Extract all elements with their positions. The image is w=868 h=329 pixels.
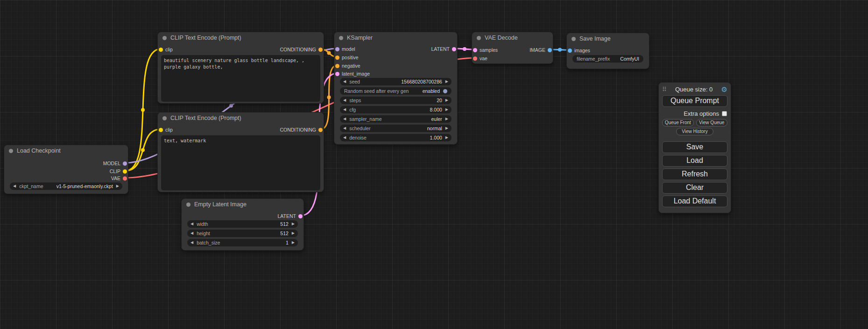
decrement-arrow-icon[interactable]: ◀ <box>10 182 19 190</box>
input-slot-images[interactable]: images <box>568 47 590 54</box>
slot-dot-clip-icon[interactable] <box>159 48 163 52</box>
slot-dot-latent-icon[interactable] <box>452 47 456 51</box>
increment-arrow-icon[interactable]: ▶ <box>442 134 452 141</box>
slot-dot-latent-icon[interactable] <box>298 214 303 218</box>
collapse-dot-icon[interactable] <box>339 36 343 40</box>
input-slot-vae[interactable]: vae <box>473 55 487 62</box>
slot-dot-conditioning-icon[interactable] <box>318 128 323 132</box>
collapse-dot-icon[interactable] <box>162 116 167 120</box>
node-header[interactable]: CLIP Text Encode (Prompt) <box>158 112 324 124</box>
node-empty-latent-image[interactable]: Empty Latent Image LATENT ◀ width 512 ▶ … <box>181 198 304 251</box>
node-load-checkpoint[interactable]: Load Checkpoint MODEL CLIP VAE ◀ ckpt_na… <box>4 145 128 194</box>
increment-arrow-icon[interactable]: ▶ <box>289 220 298 228</box>
output-slot-clip[interactable]: CLIP <box>110 168 127 175</box>
increment-arrow-icon[interactable]: ▶ <box>442 115 452 123</box>
slot-dot-vae-icon[interactable] <box>473 56 477 61</box>
input-slot-positive[interactable]: positive <box>335 54 359 61</box>
output-slot-model[interactable]: MODEL <box>103 160 127 167</box>
slot-dot-image-icon[interactable] <box>548 48 552 52</box>
output-slot-latent[interactable]: LATENT <box>431 46 456 52</box>
ckpt-name-widget[interactable]: ◀ ckpt_name v1-5-pruned-emaonly.ckpt ▶ <box>10 182 122 190</box>
node-header[interactable]: Empty Latent Image <box>182 199 303 210</box>
output-slot-image[interactable]: IMAGE <box>529 47 552 53</box>
node-save-image[interactable]: Save Image images filename_prefix ComfyU… <box>566 33 649 69</box>
view-history-button[interactable]: View History <box>676 128 713 135</box>
output-slot-conditioning[interactable]: CONDITIONING <box>280 126 323 133</box>
cfg-widget[interactable]: ◀ cfg 8.000 ▶ <box>340 106 452 113</box>
slot-dot-model-icon[interactable] <box>123 161 127 166</box>
decrement-arrow-icon[interactable]: ◀ <box>340 134 349 141</box>
decrement-arrow-icon[interactable]: ◀ <box>340 78 349 85</box>
output-slot-vae[interactable]: VAE <box>111 175 127 182</box>
decrement-arrow-icon[interactable]: ◀ <box>187 220 197 228</box>
extra-options-checkbox[interactable] <box>722 111 727 116</box>
collapse-dot-icon[interactable] <box>477 36 481 40</box>
node-header[interactable]: CLIP Text Encode (Prompt) <box>158 32 324 43</box>
decrement-arrow-icon[interactable]: ◀ <box>340 97 349 104</box>
input-slot-latent-image[interactable]: latent_image <box>335 70 370 77</box>
denoise-widget[interactable]: ◀ denoise 1.000 ▶ <box>340 134 452 141</box>
increment-arrow-icon[interactable]: ▶ <box>113 182 122 190</box>
refresh-button[interactable]: Refresh <box>662 168 727 180</box>
view-queue-button[interactable]: View Queue <box>696 119 728 126</box>
slot-dot-model-icon[interactable] <box>335 47 339 51</box>
input-slot-clip[interactable]: clip <box>159 126 173 133</box>
random-seed-toggle-widget[interactable]: Random seed after every gen enabled <box>340 87 452 95</box>
drag-handle-icon[interactable]: ⠿ <box>662 86 667 93</box>
output-slot-conditioning[interactable]: CONDITIONING <box>280 46 323 53</box>
output-slot-latent[interactable]: LATENT <box>278 213 303 219</box>
height-widget[interactable]: ◀ height 512 ▶ <box>187 230 298 237</box>
node-clip-text-encode-negative[interactable]: CLIP Text Encode (Prompt) clip CONDITION… <box>157 112 324 192</box>
slot-dot-conditioning-icon[interactable] <box>335 64 339 68</box>
increment-arrow-icon[interactable]: ▶ <box>289 239 298 246</box>
increment-arrow-icon[interactable]: ▶ <box>442 125 452 132</box>
load-default-button[interactable]: Load Default <box>662 196 727 207</box>
slot-dot-conditioning-icon[interactable] <box>335 56 339 60</box>
slot-dot-image-icon[interactable] <box>568 49 572 53</box>
save-button[interactable]: Save <box>662 141 727 153</box>
node-header[interactable]: KSampler <box>334 32 457 43</box>
filename-prefix-widget[interactable]: filename_prefix ComfyUI <box>572 55 643 63</box>
node-canvas[interactable]: Load Checkpoint MODEL CLIP VAE ◀ ckpt_na… <box>0 0 868 329</box>
increment-arrow-icon[interactable]: ▶ <box>289 230 298 237</box>
collapse-dot-icon[interactable] <box>572 37 576 41</box>
slot-dot-clip-icon[interactable] <box>123 169 127 174</box>
decrement-arrow-icon[interactable]: ◀ <box>340 106 349 113</box>
load-button[interactable]: Load <box>662 155 727 167</box>
node-ksampler[interactable]: KSampler model positive negative latent_… <box>334 32 458 145</box>
clear-button[interactable]: Clear <box>662 182 727 194</box>
input-slot-model[interactable]: model <box>335 46 355 52</box>
negative-prompt-textarea[interactable]: text, watermark <box>161 135 320 190</box>
collapse-dot-icon[interactable] <box>186 203 191 207</box>
slot-dot-latent-icon[interactable] <box>473 48 477 52</box>
node-header[interactable]: VAE Decode <box>472 32 553 43</box>
collapse-dot-icon[interactable] <box>9 149 13 153</box>
slot-dot-clip-icon[interactable] <box>159 128 163 132</box>
width-widget[interactable]: ◀ width 512 ▶ <box>187 220 298 228</box>
decrement-arrow-icon[interactable]: ◀ <box>187 230 197 237</box>
positive-prompt-textarea[interactable]: beautiful scenery nature glass bottle la… <box>161 55 320 102</box>
queue-front-button[interactable]: Queue Front <box>662 119 694 126</box>
sampler-name-widget[interactable]: ◀ sampler_name euler ▶ <box>340 115 452 123</box>
toggle-dot-icon[interactable] <box>443 89 447 93</box>
seed-widget[interactable]: ◀ seed 156680208700286 ▶ <box>340 78 452 85</box>
input-slot-clip[interactable]: clip <box>159 46 173 53</box>
settings-gear-icon[interactable]: ⚙ <box>721 86 727 93</box>
decrement-arrow-icon[interactable]: ◀ <box>340 115 349 123</box>
slot-dot-vae-icon[interactable] <box>123 176 127 181</box>
collapse-dot-icon[interactable] <box>162 36 167 40</box>
slot-dot-conditioning-icon[interactable] <box>318 48 323 52</box>
decrement-arrow-icon[interactable]: ◀ <box>187 239 197 246</box>
node-vae-decode[interactable]: VAE Decode samples vae IMAGE <box>472 32 553 64</box>
increment-arrow-icon[interactable]: ▶ <box>442 106 452 113</box>
queue-prompt-button[interactable]: Queue Prompt <box>662 95 727 107</box>
batch-size-widget[interactable]: ◀ batch_size 1 ▶ <box>187 239 298 246</box>
node-header[interactable]: Save Image <box>567 33 649 44</box>
decrement-arrow-icon[interactable]: ◀ <box>340 125 349 132</box>
node-header[interactable]: Load Checkpoint <box>4 145 128 156</box>
input-slot-negative[interactable]: negative <box>335 63 360 69</box>
steps-widget[interactable]: ◀ steps 20 ▶ <box>340 97 452 104</box>
node-clip-text-encode-positive[interactable]: CLIP Text Encode (Prompt) clip CONDITION… <box>157 32 324 104</box>
increment-arrow-icon[interactable]: ▶ <box>442 97 452 104</box>
input-slot-samples[interactable]: samples <box>473 47 498 53</box>
